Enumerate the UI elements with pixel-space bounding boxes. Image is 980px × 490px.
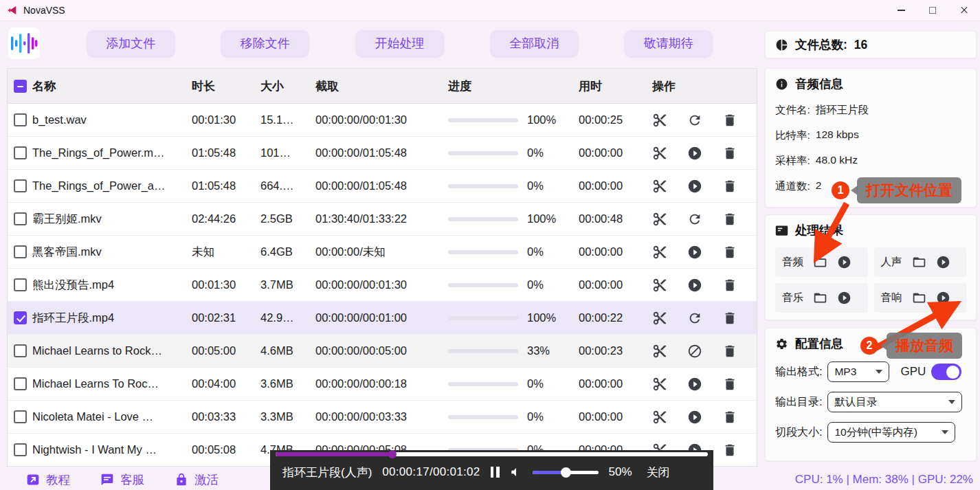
file-name: 霸王别姬.mkv [32, 212, 192, 227]
maximize-button[interactable] [917, 0, 948, 21]
row-checkbox[interactable] [14, 212, 27, 225]
player-close-button[interactable]: 关闭 [647, 465, 670, 480]
audio-play-button[interactable] [837, 255, 851, 269]
row-checkbox[interactable] [14, 443, 27, 456]
gpu-toggle[interactable] [931, 364, 961, 380]
volume-handle[interactable] [561, 467, 571, 478]
row-action-button[interactable] [687, 410, 702, 425]
delete-button[interactable] [722, 278, 737, 293]
cut-button[interactable] [652, 377, 667, 392]
cut-button[interactable] [652, 146, 667, 161]
cut-button[interactable] [652, 245, 667, 260]
row-action-button[interactable] [687, 311, 702, 326]
activate-link[interactable]: 激活 [175, 471, 219, 488]
table-row[interactable]: b_test.wav 00:01:30 15.1… 00:00:00/00:01… [8, 104, 757, 137]
header-actions: 操作 [652, 78, 744, 94]
row-action-button[interactable] [687, 146, 702, 161]
close-button[interactable] [948, 0, 980, 21]
samplerate-value: 48.0 kHz [816, 154, 858, 168]
select-all-checkbox[interactable] [14, 80, 27, 93]
file-name: 黑客帝国.mkv [32, 245, 192, 260]
file-name: The_Rings_of_Power.m… [32, 146, 192, 159]
table-header-row: 名称 时长 大小 截取 进度 用时 操作 [8, 69, 757, 104]
sfx-play-button[interactable] [936, 291, 950, 305]
delete-button[interactable] [722, 245, 737, 260]
support-link[interactable]: 客服 [100, 471, 144, 488]
gear-icon [775, 337, 788, 350]
row-checkbox[interactable] [14, 113, 27, 126]
output-format-select[interactable]: MP3 [827, 361, 889, 382]
delete-button[interactable] [722, 311, 737, 326]
table-row[interactable]: 黑客帝国.mkv 未知 6.4GB 00:00:00/未知 0% 00:00:0… [8, 236, 757, 269]
volume-slider[interactable] [533, 471, 599, 474]
cut-button[interactable] [652, 113, 667, 128]
output-dir-select[interactable]: 默认目录 [827, 392, 962, 412]
delete-button[interactable] [722, 113, 737, 128]
file-clip-range: 00:00:00/00:03:33 [315, 410, 448, 423]
vocals-open-folder-button[interactable] [912, 255, 926, 269]
row-action-button[interactable] [687, 278, 702, 293]
table-row[interactable]: Michael Learns To Roc… 00:04:00 3.6MB 00… [8, 368, 757, 401]
minimize-button[interactable] [885, 0, 917, 21]
player-track-title: 指环王片段(人声) [282, 465, 372, 480]
delete-button[interactable] [722, 410, 737, 425]
delete-button[interactable] [722, 146, 737, 161]
result-sfx-label: 音响 [881, 291, 902, 305]
tutorial-link[interactable]: 教程 [26, 471, 70, 488]
cut-button[interactable] [652, 410, 667, 425]
elapsed-time: 00:00:00 [579, 146, 652, 159]
coming-soon-button[interactable]: 敬请期待 [625, 30, 712, 56]
elapsed-time: 00:00:25 [579, 113, 652, 126]
delete-button[interactable] [722, 344, 737, 359]
delete-button[interactable] [722, 377, 737, 392]
row-action-button[interactable] [687, 179, 702, 194]
seek-handle[interactable] [388, 450, 397, 458]
row-checkbox[interactable] [14, 311, 27, 324]
cut-button[interactable] [652, 212, 667, 227]
row-action-button[interactable] [687, 245, 702, 260]
cut-button[interactable] [652, 179, 667, 194]
row-checkbox[interactable] [14, 179, 27, 192]
table-row[interactable]: 指环王片段.mp4 00:02:31 42.9… 00:00:00/00:01:… [8, 302, 757, 335]
row-checkbox[interactable] [14, 245, 27, 258]
pause-button[interactable] [491, 467, 500, 478]
table-row[interactable]: The_Rings_of_Power_a… 01:05:48 664.… 00:… [8, 170, 757, 203]
row-checkbox[interactable] [14, 278, 27, 291]
row-checkbox[interactable] [14, 410, 27, 423]
music-play-button[interactable] [837, 291, 851, 305]
table-row[interactable]: Nicoleta Matei - Love … 00:03:33 3.3MB 0… [8, 401, 757, 434]
result-audio-label: 音频 [782, 255, 803, 269]
row-action-button[interactable] [687, 377, 702, 392]
audio-open-folder-button[interactable] [813, 255, 827, 269]
seek-bar[interactable] [276, 452, 708, 456]
sfx-open-folder-button[interactable] [912, 291, 926, 305]
system-status: CPU: 1% | Mem: 38% | GPU: 22% [795, 473, 973, 487]
delete-button[interactable] [722, 212, 737, 227]
delete-button[interactable] [722, 179, 737, 194]
mute-button[interactable] [510, 466, 522, 478]
cut-button[interactable] [652, 278, 667, 293]
cancel-all-button[interactable]: 全部取消 [491, 30, 578, 56]
music-open-folder-button[interactable] [813, 291, 827, 305]
row-checkbox[interactable] [14, 344, 27, 357]
result-vocals: 人声 [874, 247, 967, 277]
row-checkbox[interactable] [14, 146, 27, 159]
start-processing-button[interactable]: 开始处理 [356, 30, 443, 56]
cut-button[interactable] [652, 344, 667, 359]
elapsed-time: 00:00:22 [579, 311, 652, 324]
row-action-button[interactable] [687, 113, 702, 128]
add-files-button[interactable]: 添加文件 [87, 30, 175, 56]
table-row[interactable]: 熊出没预告.mp4 00:01:30 3.7MB 00:00:00/00:01:… [8, 269, 757, 302]
vocals-play-button[interactable] [936, 255, 950, 269]
table-row[interactable]: 霸王别姬.mkv 02:44:26 2.5GB 01:30:40/01:33:2… [8, 203, 757, 236]
row-checkbox[interactable] [14, 377, 27, 390]
output-format-label: 输出格式: [775, 365, 822, 379]
remove-files-button[interactable]: 移除文件 [221, 30, 309, 56]
cut-button[interactable] [652, 311, 667, 326]
table-row[interactable]: The_Rings_of_Power.m… 01:05:48 101… 00:0… [8, 137, 757, 170]
row-action-button[interactable] [687, 212, 702, 227]
row-action-button[interactable] [687, 344, 702, 359]
segment-size-select[interactable]: 10分钟(中等内存) [827, 422, 955, 443]
table-row[interactable]: Michael Learns to Rock… 00:05:00 4.6MB 0… [8, 335, 757, 368]
delete-button[interactable] [722, 443, 737, 458]
